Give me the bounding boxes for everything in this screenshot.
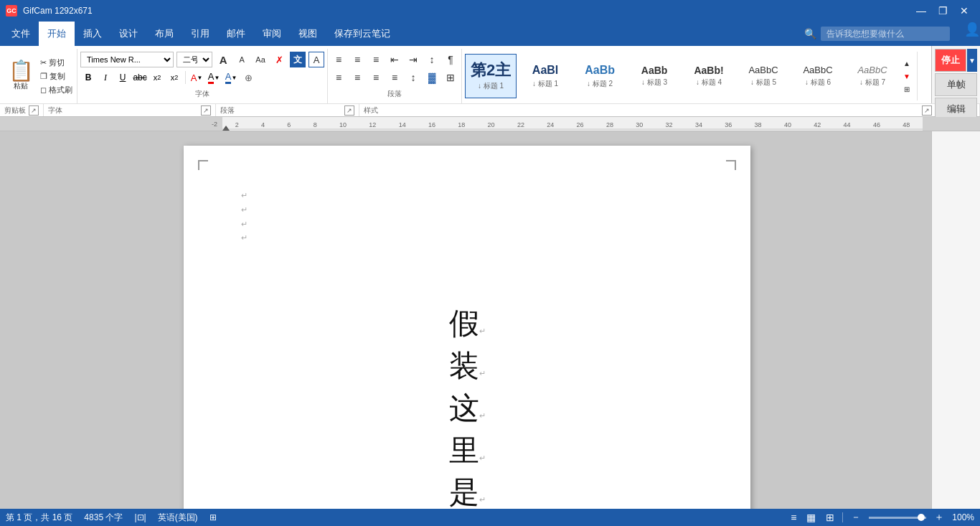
show-marks-button[interactable]: ¶ xyxy=(443,52,458,67)
language-info: 英语(美国) xyxy=(158,512,198,524)
align-left-button[interactable]: ≡ xyxy=(331,70,347,85)
styles-group: 第2主 ↓ 标题 1 AaBl ↓ 标题 1 AaBb ↓ 标题 2 AaBb … xyxy=(462,49,977,103)
subscript-button[interactable]: x2 xyxy=(149,70,165,85)
style-heading2-label: ↓ 标题 2 xyxy=(587,79,613,89)
minimize-button[interactable]: — xyxy=(911,3,931,19)
font-expand-button[interactable]: ↗ xyxy=(201,105,211,116)
style-heading7-card[interactable]: AaBbC ↓ 标题 7 xyxy=(847,54,898,98)
word-count: 4835 个字 xyxy=(84,512,123,524)
clipboard-label-strip: 剪贴板 ↗ xyxy=(0,104,44,116)
menu-search-input[interactable] xyxy=(821,27,950,41)
window-controls: — ❐ ✕ xyxy=(911,3,974,19)
stop-arrow[interactable]: ▼ xyxy=(967,49,977,72)
sort-button[interactable]: ↕ xyxy=(424,52,440,67)
align-right-button[interactable]: ≡ xyxy=(368,70,384,85)
font-family-select[interactable]: Times New R... xyxy=(80,52,174,67)
zoom-plus[interactable]: ＋ xyxy=(932,511,946,524)
font-decrease-button[interactable]: A xyxy=(234,52,250,67)
superscript-button[interactable]: x2 xyxy=(166,70,182,85)
decrease-indent-button[interactable]: ⇤ xyxy=(387,52,402,67)
para-expand-button[interactable]: ↗ xyxy=(344,105,354,116)
app-icon: GC xyxy=(6,5,17,17)
bullets-button[interactable]: ≡ xyxy=(331,52,347,67)
menu-home[interactable]: 开始 xyxy=(39,22,75,46)
shading-button[interactable]: ▓ xyxy=(424,70,440,85)
multilevel-list-button[interactable]: ≡ xyxy=(368,52,384,67)
user-icon[interactable]: 👤 xyxy=(964,22,980,46)
single-button[interactable]: 单帧 xyxy=(935,73,977,96)
wubi-button[interactable]: 文 xyxy=(290,52,306,67)
menu-references[interactable]: 引用 xyxy=(182,22,218,46)
status-icon-1: |⊡| xyxy=(134,512,146,522)
clipboard-group: 📋 粘贴 ✂ 剪切 ❐ 复制 ◻ 格式刷 xyxy=(3,49,77,103)
underline-button[interactable]: U xyxy=(115,70,131,85)
main-area: ↵ ↵ ↵ ↵ 假↵ 装↵ 这↵ 里↵ 是↵ 封↵ xyxy=(0,131,980,509)
style-heading6-text: AaBbC xyxy=(803,65,832,76)
style-heading4-text: AaBb! xyxy=(694,65,723,77)
menu-review[interactable]: 审阅 xyxy=(254,22,290,46)
styles-scroll-down[interactable]: ▼ xyxy=(901,70,913,82)
style-heading6-label: ↓ 标题 6 xyxy=(805,78,831,88)
status-right: ≡ ▦ ⊞ － ＋ 100% xyxy=(788,511,974,524)
document-content[interactable]: ↵ ↵ ↵ ↵ 假↵ 装↵ 这↵ 里↵ 是↵ 封↵ xyxy=(241,189,693,509)
font-size-select[interactable]: 二号 xyxy=(176,52,212,67)
format-copy-button[interactable]: ◻ 格式刷 xyxy=(39,84,74,96)
styles-more[interactable]: ⊞ xyxy=(901,83,913,95)
align-center-button[interactable]: ≡ xyxy=(349,70,365,85)
menu-view[interactable]: 视图 xyxy=(290,22,326,46)
strikethrough-button[interactable]: abc xyxy=(132,70,148,85)
stop-button[interactable]: 停止 xyxy=(935,49,966,72)
borders-button[interactable]: ⊞ xyxy=(443,70,458,85)
font-label-strip: 字体 ↗ xyxy=(44,104,216,116)
para-mark-2: ↵ xyxy=(241,203,693,217)
menu-layout[interactable]: 布局 xyxy=(146,22,182,46)
paste-button[interactable]: 📋 粘贴 xyxy=(6,50,36,102)
text-effect-button[interactable]: ⊕ xyxy=(240,70,256,85)
main-right-panel xyxy=(931,131,980,509)
zoom-slider[interactable] xyxy=(869,517,926,519)
style-heading1b-card[interactable]: AaBl ↓ 标题 1 xyxy=(519,54,571,98)
right-side-panel: 停止 ▼ 单帧 编辑 保存 ▼ xyxy=(931,46,980,103)
case-button[interactable]: Aa xyxy=(253,52,268,67)
increase-indent-button[interactable]: ⇥ xyxy=(405,52,421,67)
style-heading1-card[interactable]: 第2主 ↓ 标题 1 xyxy=(465,54,517,98)
menu-file[interactable]: 文件 xyxy=(3,22,39,46)
menu-design[interactable]: 设计 xyxy=(110,22,146,46)
style-heading3-text: AaBb xyxy=(641,65,668,77)
view-icon-1[interactable]: ≡ xyxy=(788,512,798,523)
style-heading2-card[interactable]: AaBb ↓ 标题 2 xyxy=(574,54,626,98)
text-border-button[interactable]: A xyxy=(308,52,324,67)
close-button[interactable]: ✕ xyxy=(954,3,974,19)
style-heading6-card[interactable]: AaBbC ↓ 标题 6 xyxy=(792,54,844,98)
italic-button[interactable]: I xyxy=(98,70,113,85)
menu-cloud[interactable]: 保存到云笔记 xyxy=(326,22,399,46)
document-area[interactable]: ↵ ↵ ↵ ↵ 假↵ 装↵ 这↵ 里↵ 是↵ 封↵ xyxy=(0,131,980,509)
style-heading3-card[interactable]: AaBb ↓ 标题 3 xyxy=(628,54,680,98)
justify-button[interactable]: ≡ xyxy=(387,70,402,85)
stop-row: 停止 ▼ xyxy=(935,49,977,72)
menu-insert[interactable]: 插入 xyxy=(75,22,110,46)
menu-mailings[interactable]: 邮件 xyxy=(218,22,254,46)
numbered-list-button[interactable]: ≡ xyxy=(349,52,365,67)
font-increase-button[interactable]: A xyxy=(215,52,231,67)
line-spacing-button[interactable]: ↕ xyxy=(405,70,421,85)
style-heading5-card[interactable]: AaBbC ↓ 标题 5 xyxy=(738,54,789,98)
corner-mark-top-right xyxy=(726,160,736,170)
para-row-2: ≡ ≡ ≡ ≡ ↕ ▓ ⊞ xyxy=(331,70,458,85)
style-heading4-card[interactable]: AaBb! ↓ 标题 4 xyxy=(683,54,735,98)
clear-format-button[interactable]: ✗ xyxy=(271,52,287,67)
cut-button[interactable]: ✂ 剪切 xyxy=(39,57,74,69)
text-color-button[interactable]: A ▼ xyxy=(223,70,239,85)
restore-button[interactable]: ❐ xyxy=(933,3,953,19)
ribbon: 📋 粘贴 ✂ 剪切 ❐ 复制 ◻ 格式刷 Times New R... 二号 A… xyxy=(0,46,980,117)
bold-button[interactable]: B xyxy=(80,70,96,85)
font-color-button[interactable]: A ▼ xyxy=(206,70,222,85)
styles-expand-button[interactable]: ↗ xyxy=(922,105,932,116)
copy-button[interactable]: ❐ 复制 xyxy=(39,70,74,83)
styles-scroll-up[interactable]: ▲ xyxy=(901,57,913,69)
view-icon-3[interactable]: ⊞ xyxy=(824,512,837,523)
highlight-button[interactable]: A ▼ xyxy=(189,70,204,85)
clipboard-expand-button[interactable]: ↗ xyxy=(29,105,39,116)
zoom-minus[interactable]: － xyxy=(849,511,863,524)
view-icon-2[interactable]: ▦ xyxy=(804,512,818,523)
